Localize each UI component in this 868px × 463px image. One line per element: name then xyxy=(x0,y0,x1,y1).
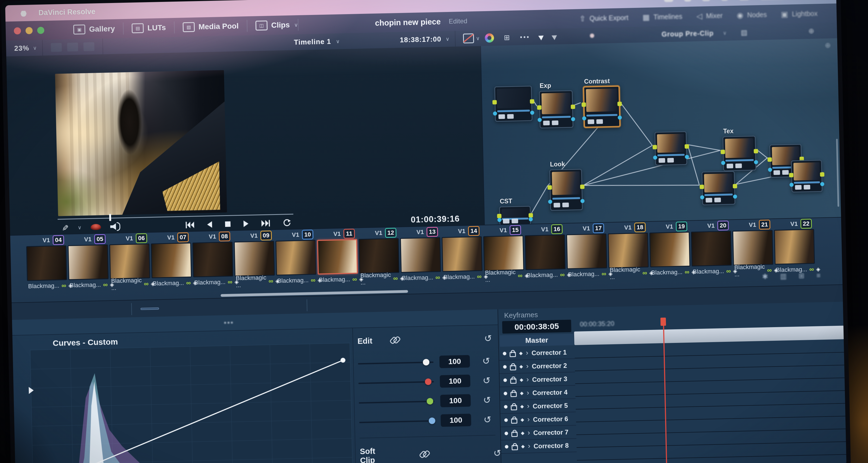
clip-thumbnail[interactable] xyxy=(733,230,774,265)
palette-icon[interactable] xyxy=(141,307,159,310)
node-output-dot[interactable] xyxy=(580,185,585,189)
timeline-clip[interactable]: V1 20 Blackmag... ∞ ◈ xyxy=(691,220,732,277)
status-icon[interactable] xyxy=(739,0,749,1)
clip-thumbnail[interactable] xyxy=(400,237,441,273)
enable-dot-icon[interactable] xyxy=(504,405,507,409)
palette-icon[interactable] xyxy=(195,307,213,308)
timeline-clip[interactable]: V1 18 Blackmagic ... ∞ ◈ xyxy=(608,222,649,279)
grade-node[interactable]: Tex xyxy=(722,136,756,171)
lock-icon[interactable] xyxy=(511,405,517,410)
palette-icon[interactable] xyxy=(265,306,282,306)
clip-thumbnail[interactable] xyxy=(68,244,108,280)
slider-value[interactable]: 100 xyxy=(440,394,471,407)
slider-track[interactable] xyxy=(359,401,434,404)
list-view-icon[interactable]: ≡ xyxy=(816,271,821,280)
color-picker-icon[interactable]: ✎ xyxy=(60,224,70,231)
clip-thumbnail[interactable] xyxy=(649,232,690,267)
grade-node[interactable]: Look xyxy=(550,169,583,211)
node-output-dot[interactable] xyxy=(530,99,534,104)
palette-icon[interactable] xyxy=(107,309,124,310)
slider-value[interactable]: 100 xyxy=(439,355,470,368)
node-input-dot[interactable] xyxy=(720,150,725,154)
keyframe-diamond-icon[interactable]: ◆ xyxy=(521,417,524,423)
palette-icon[interactable] xyxy=(160,308,178,309)
timeline-clip[interactable]: V1 11 Blackmag... ∞ ◈ xyxy=(317,228,358,285)
enable-dot-icon[interactable] xyxy=(505,432,508,435)
palette-icon[interactable] xyxy=(37,311,55,311)
settings-icon[interactable]: ⊕ xyxy=(806,26,817,35)
link-channels-icon[interactable] xyxy=(389,334,401,347)
node-panel-scrollbar[interactable] xyxy=(836,139,839,207)
clip-info-icon[interactable]: ▥ xyxy=(780,272,787,281)
curves-options[interactable]: ••• xyxy=(224,319,234,327)
grade-node[interactable]: CST xyxy=(499,206,531,226)
reset-icon[interactable]: ↺ xyxy=(482,355,490,367)
grade-node[interactable] xyxy=(654,131,687,166)
node-view-icon[interactable]: ▧ xyxy=(739,28,750,37)
timeline-clip[interactable]: V1 06 Blackmagic ... ∞ ◈ xyxy=(109,233,151,290)
mute-audio-icon[interactable] xyxy=(110,222,121,231)
node-input-dot[interactable] xyxy=(537,106,541,110)
zoom-window-button[interactable] xyxy=(37,27,44,34)
timeline-clip[interactable]: V1 10 Blackmag... ∞ ◈ xyxy=(275,229,317,286)
status-icon[interactable] xyxy=(721,0,728,1)
grade-node[interactable]: Exp xyxy=(539,90,573,128)
viewer-zoom-level[interactable]: 23% xyxy=(14,44,29,53)
slider-value[interactable]: 100 xyxy=(440,413,471,427)
node-key-output-dot[interactable] xyxy=(528,217,533,221)
chevron-down-icon[interactable]: ∨ xyxy=(445,36,449,42)
node-key-input-dot[interactable] xyxy=(538,118,542,122)
grab-tool-icon[interactable] xyxy=(552,33,558,40)
slider-handle[interactable] xyxy=(425,378,432,385)
timeline-clip[interactable]: V1 09 Blackmagic ... ∞ ◈ xyxy=(234,230,275,287)
chevron-down-icon[interactable]: ∨ xyxy=(476,35,479,41)
reset-icon[interactable]: ↺ xyxy=(484,414,491,425)
corrector-row[interactable]: ◆ › Corrector 5 xyxy=(500,399,576,414)
status-icon[interactable] xyxy=(702,0,710,1)
view-mode-icon[interactable] xyxy=(83,42,94,51)
corrector-row[interactable]: ◆ › Corrector 8 xyxy=(501,439,577,454)
channel-button[interactable] xyxy=(420,332,434,347)
skip-forward-button[interactable] xyxy=(261,219,270,227)
titlebar-button[interactable]: ⇧ Quick Export xyxy=(579,13,628,23)
enable-dot-icon[interactable] xyxy=(503,365,506,369)
node-output-dot[interactable] xyxy=(754,149,758,153)
titlebar-toggle[interactable]: ◫ Clips xyxy=(255,20,290,31)
slider-track[interactable] xyxy=(359,381,434,384)
clip-thumbnail[interactable] xyxy=(151,243,192,278)
curve-mode-icon[interactable] xyxy=(159,320,159,328)
clip-thumbnail[interactable] xyxy=(275,240,316,276)
node-output-dot[interactable] xyxy=(733,184,737,188)
slider-handle[interactable] xyxy=(427,398,433,405)
titlebar-button[interactable]: ▣ Lightbox xyxy=(781,9,818,19)
node-input-dot[interactable] xyxy=(492,100,497,104)
palette-icon[interactable] xyxy=(55,310,72,311)
menubar-app-name[interactable]: DaVinci Resolve xyxy=(38,7,95,17)
lock-icon[interactable] xyxy=(510,378,516,384)
node-output-dot[interactable] xyxy=(570,105,575,109)
clip-thumbnail[interactable] xyxy=(26,245,67,281)
soft-clip-channel-button[interactable] xyxy=(448,447,461,461)
slider-track[interactable] xyxy=(358,361,433,365)
enable-dot-icon[interactable] xyxy=(503,378,507,382)
status-icon[interactable] xyxy=(684,0,691,2)
corrector-row[interactable]: ◆ › Corrector 4 xyxy=(500,385,576,401)
palette-icon[interactable] xyxy=(230,307,247,307)
titlebar-toggle[interactable]: ▤ LUTs xyxy=(132,23,166,33)
titlebar-button[interactable]: ▦ Timelines xyxy=(642,12,682,22)
node-key-input-dot[interactable] xyxy=(700,195,704,199)
timeline-clip[interactable]: V1 08 Blackmag... ∞ ◈ xyxy=(192,231,234,288)
timeline-clip[interactable]: V1 16 Blackmag... ∞ ◈ xyxy=(524,224,566,281)
clip-thumbnail[interactable] xyxy=(317,239,358,274)
keyframes-track-area[interactable] xyxy=(575,340,846,463)
color-management-icon[interactable] xyxy=(485,33,494,43)
slider-value[interactable]: 100 xyxy=(440,375,470,388)
node-key-input-dot[interactable] xyxy=(768,168,772,172)
timeline-clip[interactable]: V1 14 Blackmag... ∞ ◈ xyxy=(441,225,483,283)
channel-button[interactable] xyxy=(455,332,469,346)
palette-icon[interactable] xyxy=(247,306,265,307)
clip-thumbnail[interactable] xyxy=(192,241,233,277)
palette-icon[interactable] xyxy=(213,307,230,307)
channel-button[interactable] xyxy=(403,333,417,347)
unmix-icon[interactable]: ⊞ xyxy=(501,33,513,42)
